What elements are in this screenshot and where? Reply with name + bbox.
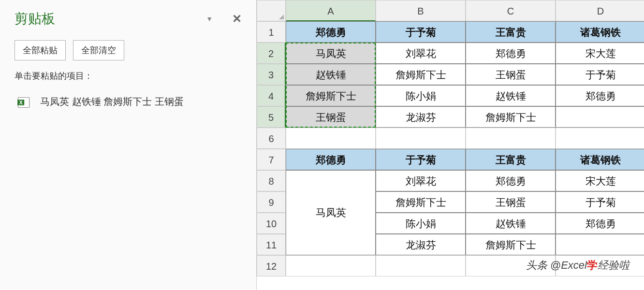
clipboard-header: 剪贴板 ▼ ✕ bbox=[15, 10, 242, 28]
cell-d7[interactable]: 诸葛钢铁 bbox=[556, 149, 644, 170]
cell-d10[interactable]: 郑德勇 bbox=[556, 213, 644, 234]
row-header-4[interactable]: 4 bbox=[257, 85, 286, 106]
panel-options-dropdown[interactable]: ▼ bbox=[206, 15, 213, 23]
cell-b12[interactable] bbox=[376, 255, 466, 276]
cell-d3[interactable]: 于予菊 bbox=[556, 64, 644, 85]
cell-d9[interactable]: 于予菊 bbox=[556, 191, 644, 213]
cell-c1[interactable]: 王富贵 bbox=[466, 21, 556, 43]
cell-b6[interactable] bbox=[376, 128, 466, 149]
cell-c4[interactable]: 赵铁锤 bbox=[466, 85, 556, 106]
excel-file-icon: X bbox=[17, 96, 30, 109]
row-header-6[interactable]: 6 bbox=[257, 128, 286, 149]
row-header-3[interactable]: 3 bbox=[257, 64, 286, 85]
cell-a12[interactable] bbox=[286, 255, 376, 276]
cell-c7[interactable]: 王富贵 bbox=[466, 149, 556, 170]
cell-c8[interactable]: 郑德勇 bbox=[466, 170, 556, 191]
row-header-12[interactable]: 12 bbox=[257, 255, 286, 276]
cell-d8[interactable]: 宋大莲 bbox=[556, 170, 644, 191]
svg-text:X: X bbox=[19, 100, 23, 105]
watermark-red: 学 bbox=[587, 259, 598, 271]
clear-all-button[interactable]: 全部清空 bbox=[73, 40, 124, 60]
clipboard-title: 剪贴板 bbox=[15, 10, 206, 28]
cell-c10[interactable]: 赵铁锤 bbox=[466, 213, 556, 234]
cell-c5[interactable]: 詹姆斯下士 bbox=[466, 106, 556, 128]
cell-b7[interactable]: 于予菊 bbox=[376, 149, 466, 170]
row-header-10[interactable]: 10 bbox=[257, 213, 286, 234]
column-header-c[interactable]: C bbox=[466, 0, 556, 21]
row-header-7[interactable]: 7 bbox=[257, 149, 286, 170]
cell-a1[interactable]: 郑德勇 bbox=[286, 21, 376, 43]
row-header-9[interactable]: 9 bbox=[257, 191, 286, 213]
row-header-8[interactable]: 8 bbox=[257, 170, 286, 191]
cell-d2[interactable]: 宋大莲 bbox=[556, 43, 644, 64]
spreadsheet-area: A B C D 1 郑德勇 于予菊 王富贵 诸葛钢铁 2 马凤英 刘翠花 郑德勇… bbox=[256, 0, 644, 290]
cell-c6[interactable] bbox=[466, 128, 556, 149]
cell-c11[interactable]: 詹姆斯下士 bbox=[466, 234, 556, 255]
cell-b2[interactable]: 刘翠花 bbox=[376, 43, 466, 64]
clipboard-panel: 剪贴板 ▼ ✕ 全部粘贴 全部清空 单击要粘贴的项目： X 马凤英 赵铁锤 詹姆… bbox=[0, 0, 256, 290]
clipboard-instruction: 单击要粘贴的项目： bbox=[15, 70, 242, 82]
spreadsheet-grid: A B C D 1 郑德勇 于予菊 王富贵 诸葛钢铁 2 马凤英 刘翠花 郑德勇… bbox=[257, 0, 644, 276]
cell-d11[interactable] bbox=[556, 234, 644, 255]
row-header-2[interactable]: 2 bbox=[257, 43, 286, 64]
cell-b9[interactable]: 詹姆斯下士 bbox=[376, 191, 466, 213]
cell-b8[interactable]: 刘翠花 bbox=[376, 170, 466, 191]
clipboard-item[interactable]: X 马凤英 赵铁锤 詹姆斯下士 王钢蛋 bbox=[15, 91, 242, 112]
cell-b4[interactable]: 陈小娟 bbox=[376, 85, 466, 106]
cell-a5[interactable]: 王钢蛋 bbox=[286, 106, 376, 128]
cell-b10[interactable]: 陈小娟 bbox=[376, 213, 466, 234]
paste-all-button[interactable]: 全部粘贴 bbox=[15, 40, 66, 60]
watermark: 头条 @Excel学经验啦 bbox=[526, 258, 629, 273]
cell-c9[interactable]: 王钢蛋 bbox=[466, 191, 556, 213]
cell-a8-merged[interactable]: 马凤英 bbox=[286, 170, 376, 255]
watermark-prefix: 头条 @Excel bbox=[526, 259, 587, 271]
cell-a2[interactable]: 马凤英 bbox=[286, 43, 376, 64]
watermark-suffix: 经验啦 bbox=[598, 259, 629, 271]
cell-d1[interactable]: 诸葛钢铁 bbox=[556, 21, 644, 43]
cell-d4[interactable]: 郑德勇 bbox=[556, 85, 644, 106]
row-header-11[interactable]: 11 bbox=[257, 234, 286, 255]
cell-c2[interactable]: 郑德勇 bbox=[466, 43, 556, 64]
clipboard-buttons: 全部粘贴 全部清空 bbox=[15, 40, 242, 60]
column-header-d[interactable]: D bbox=[556, 0, 644, 21]
cell-a6[interactable] bbox=[286, 128, 376, 149]
cell-b1[interactable]: 于予菊 bbox=[376, 21, 466, 43]
row-header-5[interactable]: 5 bbox=[257, 106, 286, 128]
close-panel-button[interactable]: ✕ bbox=[232, 12, 242, 26]
cell-a7[interactable]: 郑德勇 bbox=[286, 149, 376, 170]
cell-b5[interactable]: 龙淑芬 bbox=[376, 106, 466, 128]
clipboard-item-text: 马凤英 赵铁锤 詹姆斯下士 王钢蛋 bbox=[40, 94, 184, 109]
cell-b11[interactable]: 龙淑芬 bbox=[376, 234, 466, 255]
cell-d6[interactable] bbox=[556, 128, 644, 149]
select-all-corner[interactable] bbox=[257, 0, 286, 21]
column-header-a[interactable]: A bbox=[286, 0, 376, 21]
cell-a4[interactable]: 詹姆斯下士 bbox=[286, 85, 376, 106]
cell-c3[interactable]: 王钢蛋 bbox=[466, 64, 556, 85]
cell-a3[interactable]: 赵铁锤 bbox=[286, 64, 376, 85]
cell-b3[interactable]: 詹姆斯下士 bbox=[376, 64, 466, 85]
row-header-1[interactable]: 1 bbox=[257, 21, 286, 43]
column-header-b[interactable]: B bbox=[376, 0, 466, 21]
cell-d5[interactable] bbox=[556, 106, 644, 128]
